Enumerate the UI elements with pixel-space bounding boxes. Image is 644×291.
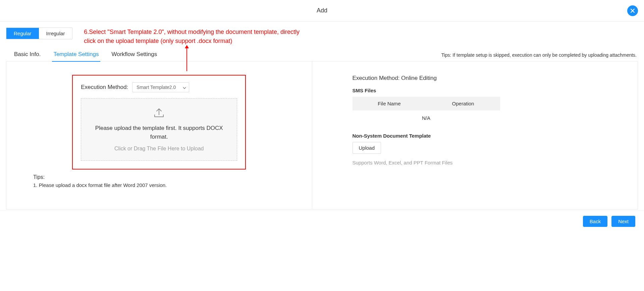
type-tabs: Regular Irregular xyxy=(6,28,72,39)
close-button[interactable] xyxy=(627,5,638,16)
upload-message-secondary: Click or Drag The File Here to Upload xyxy=(88,146,230,152)
panel-left: Execution Method: Smart Template2.0 xyxy=(6,61,312,209)
table-empty: N/A xyxy=(353,110,500,126)
upload-icon xyxy=(88,107,230,119)
highlight-box: Execution Method: Smart Template2.0 xyxy=(72,75,246,169)
sub-tab-workflow-settings[interactable]: Workflow Settings xyxy=(110,48,159,62)
tips-block: Tips: 1. Please upload a docx format fil… xyxy=(33,174,292,188)
tips-top: Tips: If template setup is skipped, exec… xyxy=(6,52,637,58)
upload-message-primary: Please upload the template first. It sup… xyxy=(88,124,230,141)
back-button[interactable]: Back xyxy=(583,216,607,227)
instruction-annotation: 6.Select "Smart Template 2.0", without m… xyxy=(84,28,305,46)
upload-button[interactable]: Upload xyxy=(353,142,381,154)
sub-tab-template-settings[interactable]: Template Settings xyxy=(52,48,100,62)
instruction-text: 6.Select "Smart Template 2.0", without m… xyxy=(84,28,305,46)
table-col-operation: Operation xyxy=(426,101,500,106)
right-heading: Execution Method: Online Editing xyxy=(353,75,618,82)
panels: Execution Method: Smart Template2.0 xyxy=(6,61,638,209)
svg-marker-1 xyxy=(185,45,189,48)
sub-tab-basic-info[interactable]: Basic Info. xyxy=(13,48,42,62)
type-tab-irregular[interactable]: Irregular xyxy=(39,28,72,39)
execution-method-row: Execution Method: Smart Template2.0 xyxy=(81,82,237,92)
execution-method-value: Smart Template2.0 xyxy=(137,85,176,90)
next-button[interactable]: Next xyxy=(611,216,635,227)
modal-header: Add xyxy=(0,0,644,21)
modal-title: Add xyxy=(317,7,327,14)
panel-right: Execution Method: Online Editing SMS Fil… xyxy=(312,61,638,209)
table-head: File Name Operation xyxy=(353,97,500,110)
arrow-up-icon xyxy=(184,45,189,71)
format-hint: Supports Word, Excel, and PPT Format Fil… xyxy=(353,160,618,165)
tips-line-1: 1. Please upload a docx format file afte… xyxy=(33,182,292,188)
table-col-file-name: File Name xyxy=(353,101,426,106)
execution-method-label: Execution Method: xyxy=(81,84,128,91)
tips-heading: Tips: xyxy=(33,174,292,180)
chevron-down-icon xyxy=(183,85,186,90)
sms-files-table: File Name Operation N/A xyxy=(353,97,500,126)
modal-body: Regular Irregular 6.Select "Smart Templa… xyxy=(0,21,644,209)
execution-method-select[interactable]: Smart Template2.0 xyxy=(132,82,189,92)
type-tab-regular[interactable]: Regular xyxy=(6,28,39,39)
modal-footer: Back Next xyxy=(0,210,644,232)
upload-dropzone[interactable]: Please upload the template first. It sup… xyxy=(81,98,237,161)
sms-files-heading: SMS Files xyxy=(353,88,618,93)
non-system-heading: Non-System Document Template xyxy=(353,133,618,139)
close-icon xyxy=(630,8,635,13)
